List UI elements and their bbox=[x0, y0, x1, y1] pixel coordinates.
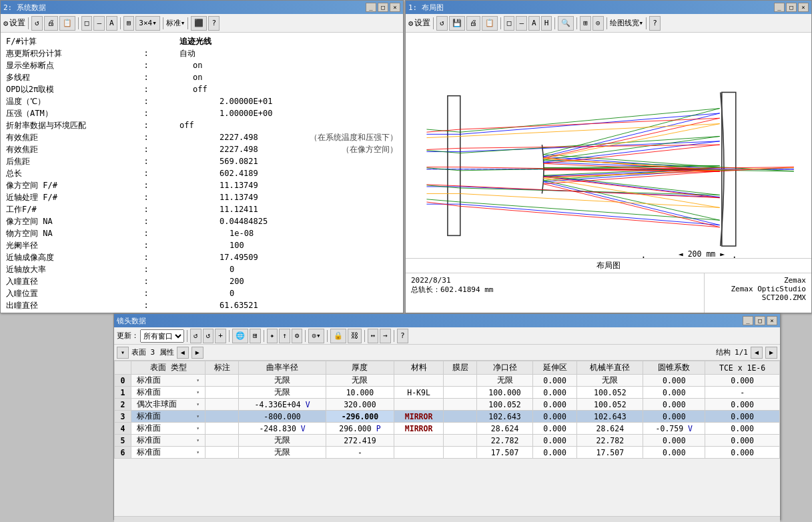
row-material-4[interactable]: MIRROR bbox=[394, 423, 444, 435]
lock-btn[interactable]: 🔒 bbox=[330, 329, 346, 343]
layout-print-btn[interactable]: 🖨 bbox=[466, 16, 480, 31]
row-coating-6[interactable] bbox=[444, 447, 477, 459]
layout-circle-btn[interactable]: ⊙ bbox=[592, 16, 604, 31]
row-thickness-4[interactable]: 296.000 P bbox=[326, 423, 394, 435]
layout-window-btn[interactable]: □ bbox=[504, 16, 515, 31]
sub-nav-left-btn[interactable]: ▾ bbox=[117, 347, 129, 359]
help-btn[interactable]: ? bbox=[208, 16, 220, 31]
row-type-4[interactable]: 标准面 ▾ bbox=[131, 423, 206, 435]
row-type-2[interactable]: 偶次非球面 ▾ bbox=[131, 399, 206, 411]
sysdata-maximize-btn[interactable]: □ bbox=[378, 3, 388, 12]
row-thickness-3[interactable]: -296.000 bbox=[326, 411, 394, 423]
row-note-4[interactable] bbox=[206, 423, 239, 435]
row-type-3[interactable]: 标准面 ▾ bbox=[131, 411, 206, 423]
refresh-one-btn[interactable]: ↺ bbox=[203, 329, 214, 343]
prev-surface-btn[interactable]: ◀ bbox=[177, 347, 189, 359]
row-radius-5[interactable]: 无限 bbox=[239, 435, 326, 447]
row-note-0[interactable] bbox=[206, 375, 239, 387]
row-type-5[interactable]: 标准面 ▾ bbox=[131, 435, 206, 447]
row-coating-0[interactable] bbox=[444, 375, 477, 387]
row-material-1[interactable]: H-K9L bbox=[394, 387, 444, 399]
chain-btn[interactable]: ⛓ bbox=[348, 329, 362, 343]
grid-btn[interactable]: ⊞ bbox=[123, 16, 135, 31]
sysdata-minimize-btn[interactable]: _ bbox=[366, 3, 376, 12]
next-surface-btn[interactable]: ▶ bbox=[191, 347, 204, 359]
layout-arrow-btn[interactable]: H bbox=[541, 16, 552, 31]
layout-copy-btn[interactable]: 📋 bbox=[482, 16, 498, 31]
zoom-btn[interactable]: 3×4▾ bbox=[135, 16, 160, 31]
update-select[interactable]: 所有窗口 bbox=[140, 329, 184, 343]
lensdata-help-btn[interactable]: ? bbox=[397, 329, 408, 343]
lensdata-minimize-btn[interactable]: _ bbox=[743, 316, 753, 325]
row-material-6[interactable] bbox=[394, 447, 444, 459]
globe-btn[interactable]: 🌐 bbox=[232, 329, 248, 343]
row-coating-1[interactable] bbox=[444, 387, 477, 399]
refresh-btn[interactable]: ↺ bbox=[31, 16, 43, 31]
row-material-0[interactable] bbox=[394, 375, 444, 387]
row-note-5[interactable] bbox=[206, 435, 239, 447]
row-radius-3[interactable]: -800.000 bbox=[239, 411, 326, 423]
copy-btn[interactable]: 📋 bbox=[59, 16, 75, 31]
refresh-all-btn[interactable]: ↺ bbox=[190, 329, 201, 343]
row-thickness-6[interactable]: - bbox=[326, 447, 394, 459]
layout-close-btn[interactable]: × bbox=[798, 3, 809, 12]
text-btn[interactable]: A bbox=[106, 16, 117, 31]
layout-save-btn[interactable]: 💾 bbox=[449, 16, 465, 31]
row-thickness-1[interactable]: 10.000 bbox=[326, 387, 394, 399]
lensdata-title-bar[interactable]: 镜头数据 _ □ × bbox=[114, 314, 780, 327]
export-btn[interactable]: ⬛ bbox=[191, 16, 207, 31]
print-btn[interactable]: 🖨 bbox=[44, 16, 58, 31]
arrow-up-btn[interactable]: ↑ bbox=[279, 329, 290, 343]
lensdata-maximize-btn[interactable]: □ bbox=[755, 316, 765, 325]
row-radius-4[interactable]: -248.830 V bbox=[239, 423, 326, 435]
right-btn[interactable]: → bbox=[380, 329, 391, 343]
layout-zoom-btn[interactable]: 🔍 bbox=[558, 16, 574, 31]
row-note-3[interactable] bbox=[206, 411, 239, 423]
row-material-2[interactable] bbox=[394, 399, 444, 411]
tool-btn[interactable]: ⚙ bbox=[292, 329, 303, 343]
row-thickness-5[interactable]: 272.419 bbox=[326, 435, 394, 447]
row-material-5[interactable] bbox=[394, 435, 444, 447]
row-note-1[interactable] bbox=[206, 387, 239, 399]
layout-help-btn[interactable]: ? bbox=[649, 16, 661, 31]
row-type-1[interactable]: 标准面 ▾ bbox=[131, 387, 206, 399]
layout-line-btn[interactable]: — bbox=[516, 16, 527, 31]
row-radius-0[interactable]: 无限 bbox=[239, 375, 326, 387]
horizontal-scrollbar[interactable] bbox=[114, 516, 780, 522]
row-thickness-2[interactable]: 320.000 bbox=[326, 399, 394, 411]
row-coating-5[interactable] bbox=[444, 435, 477, 447]
window-btn[interactable]: □ bbox=[81, 16, 93, 31]
row-type-0[interactable]: 标准面 ▾ bbox=[131, 375, 206, 387]
row-type-6[interactable]: 标准面 ▾ bbox=[131, 447, 206, 459]
next-struct-btn[interactable]: ▶ bbox=[765, 347, 777, 359]
row-radius-6[interactable]: 无限 bbox=[239, 447, 326, 459]
sysdata-settings-btn[interactable]: 设置 bbox=[9, 17, 25, 29]
sysdata-title-bar[interactable]: 2: 系统数据 _ □ × bbox=[1, 1, 403, 14]
layout-title-bar[interactable]: 1: 布局图 _ □ × bbox=[406, 1, 811, 14]
row-material-3[interactable]: MIRROR bbox=[394, 411, 444, 423]
arrows-btn[interactable]: ↔ bbox=[368, 329, 379, 343]
row-note-6[interactable] bbox=[206, 447, 239, 459]
row-note-2[interactable] bbox=[206, 399, 239, 411]
row-radius-2[interactable]: -4.336E+04 V bbox=[239, 399, 326, 411]
row-coating-4[interactable] bbox=[444, 423, 477, 435]
layout-text-btn[interactable]: A bbox=[528, 16, 540, 31]
add-btn[interactable]: + bbox=[215, 329, 226, 343]
layout-settings-btn[interactable]: 设置 bbox=[414, 17, 430, 29]
layout-grid-btn[interactable]: ⊞ bbox=[580, 16, 591, 31]
circle-btn2[interactable]: ⊙▾ bbox=[308, 329, 324, 343]
layout-minimize-btn[interactable]: _ bbox=[774, 3, 785, 12]
row-thickness-0[interactable]: 无限 bbox=[326, 375, 394, 387]
layout-maximize-btn[interactable]: □ bbox=[786, 3, 797, 12]
row-radius-1[interactable]: 无限 bbox=[239, 387, 326, 399]
lensdata-close-btn[interactable]: × bbox=[767, 316, 777, 325]
sysdata-close-btn[interactable]: × bbox=[390, 3, 400, 12]
layout-refresh-btn[interactable]: ↺ bbox=[436, 16, 448, 31]
arrow-left-btn[interactable]: ✦ bbox=[267, 329, 278, 343]
row-coating-2[interactable] bbox=[444, 399, 477, 411]
prev-struct-btn[interactable]: ◀ bbox=[751, 347, 763, 359]
line-btn[interactable]: — bbox=[93, 16, 105, 31]
grid-btn2[interactable]: ⊞ bbox=[250, 329, 261, 343]
row-coating-3[interactable] bbox=[444, 411, 477, 423]
lens-table-container[interactable]: 表面 类型 标注 曲率半径 厚度 材料 膜层 净口径 延伸区 机械半直径 圆锥系… bbox=[114, 361, 780, 516]
